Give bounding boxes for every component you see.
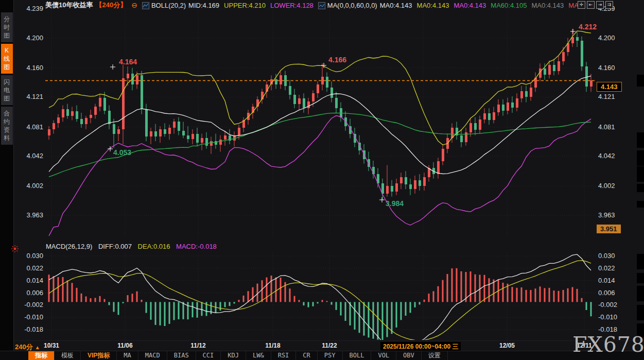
toolbar-item-CCI[interactable]: CCI (196, 351, 221, 360)
price-annotation: 4.166 (328, 56, 346, 64)
ma0-white-value: MA0:4.143 (380, 2, 412, 9)
macd-dea-value: DEA:0.016 (138, 243, 170, 250)
ma-indicator-icon[interactable] (318, 2, 325, 9)
indicator-toolbar: 指标模板VIP指标MAMACDBIASCCIKDJLW&RSICRPSYBOLL… (0, 351, 644, 360)
ma0-yellow-value: MA0:4.143 (417, 2, 449, 9)
toolbar-item-KDJ[interactable]: KDJ (221, 351, 246, 360)
timeframe-text: 240分 (15, 343, 33, 351)
alarm-icon[interactable] (11, 245, 19, 255)
boll-lower-value: LOWER:4.128 (270, 2, 314, 9)
sidebar-tabs: 分 时 图K 线 图闪 电 图合 约 资 料 (0, 0, 14, 360)
boll-indicator-icon[interactable] (142, 2, 149, 9)
timeframe-arrow-icon: ▲ (35, 345, 40, 350)
toolbar-item-MA[interactable]: MA (117, 351, 138, 360)
toolbar-item-BOLL[interactable]: BOLL (343, 351, 372, 360)
sidebar-tab-分时图[interactable]: 分 时 图 (1, 12, 13, 42)
crosshair-tool-icon[interactable]: ✛ (578, 1, 585, 9)
price-annotation: 4.212 (579, 23, 597, 31)
toolbar-item-VIP指标[interactable]: VIP指标 (81, 351, 117, 360)
toolbar-item-MACD[interactable]: MACD (138, 351, 167, 360)
toolbar-item-模板[interactable]: 模板 (55, 351, 81, 360)
sidebar-tab-K线图[interactable]: K 线 图 (1, 44, 13, 74)
chart-window: 4.1644.0534.1663.9844.212 美债10年收益率 【240分… (0, 0, 644, 360)
toolbar-item-指标[interactable]: 指标 (28, 351, 55, 360)
ma0-gray-value: MA0:4.143 (531, 2, 564, 9)
toolbar-item-CR[interactable]: CR (296, 351, 317, 360)
toolbar-item-PSY[interactable]: PSY (318, 351, 343, 360)
compress-right-icon[interactable]: ⇥ (596, 1, 604, 9)
period-badge: 【240分】 (95, 1, 127, 10)
toolbar-item-BIAS[interactable]: BIAS (167, 351, 196, 360)
toolbar-item-VOL[interactable]: VOL (371, 351, 396, 360)
session-low-label: 3.951 (597, 225, 621, 233)
price-annotation: 4.164 (119, 58, 137, 66)
collapse-icon[interactable]: ⊖ (131, 2, 137, 9)
compress-left-icon[interactable]: ⇤ (587, 1, 595, 9)
boll-upper-value: UPPER:4.210 (224, 2, 266, 9)
macd-macd-value: MACD:-0.018 (176, 243, 217, 250)
macd-header: MACD(26,12,9) DIFF:0.007 DEA:0.016 MACD:… (46, 243, 221, 250)
ma60-green-value: MA60:4.105 (491, 2, 527, 9)
boll-label: BOLL(20,2) (151, 2, 186, 9)
ma-group-label: MA(0,0,0,60,0,0) (327, 2, 377, 9)
toolbar-item-LW&[interactable]: LW& (246, 351, 271, 360)
xaxis-divider (14, 340, 644, 341)
ma0-magenta-value: MA0:4.143 (454, 2, 486, 9)
shift-right-icon[interactable]: ⇉ (605, 1, 613, 9)
toolbar-item-设置[interactable]: 设置 (422, 351, 448, 360)
price-annotation: 3.984 (386, 199, 404, 208)
chart-header: 美债10年收益率 【240分】 ⊖ BOLL(20,2) MID:4.169 U… (45, 1, 579, 10)
symbol-title: 美债10年收益率 (45, 1, 93, 10)
window-tool-icons: ✛⇤⇥⇉ (578, 1, 613, 9)
macd-title: MACD(26,12,9) (46, 243, 92, 250)
macd-diff-value: DIFF:0.007 (98, 243, 132, 250)
toolbar-item-OBV[interactable]: OBV (396, 351, 422, 360)
price-annotation: 4.053 (113, 148, 131, 157)
ma-red-label: MA (568, 2, 579, 9)
watermark: FX678 (572, 332, 644, 357)
current-price-label: 4.143 (597, 82, 622, 92)
sidebar-tab-闪电图[interactable]: 闪 电 图 (1, 75, 13, 105)
candlestick-chart[interactable]: 4.1644.0534.1663.9844.212 (0, 0, 644, 360)
sidebar-tab-合约资料[interactable]: 合 约 资 料 (1, 107, 13, 145)
toolbar-item-RSI[interactable]: RSI (271, 351, 297, 360)
boll-mid-value: MID:4.169 (188, 2, 219, 9)
